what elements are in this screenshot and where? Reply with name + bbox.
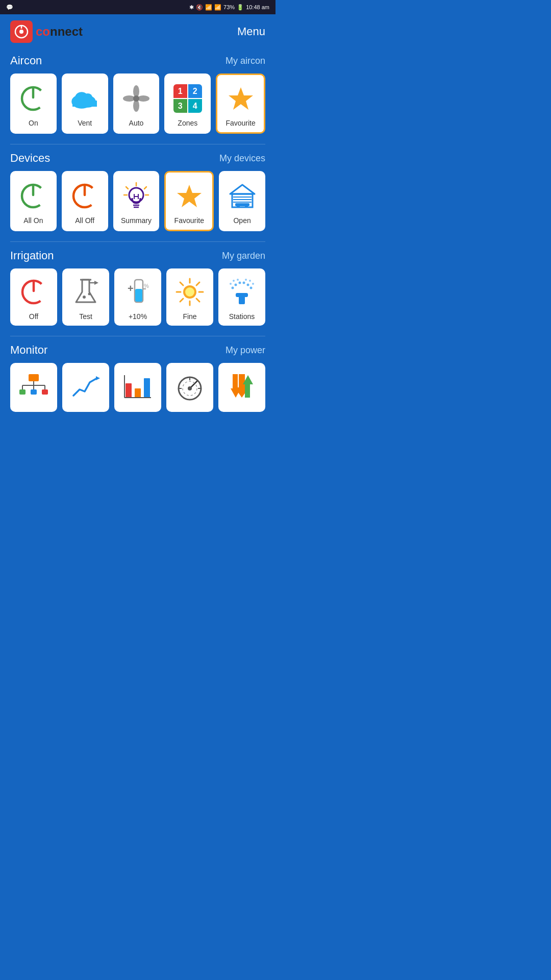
svg-point-100 — [188, 386, 192, 390]
aircon-favourite-tile[interactable]: Favourite — [216, 74, 265, 134]
zone-3: 3 — [173, 99, 187, 113]
status-bar: 💬 ✱ 🔇 📶 📶 73% 🔋 10:48 am — [0, 0, 276, 14]
svg-point-70 — [239, 282, 241, 284]
devices-title: Devices — [10, 152, 50, 165]
svg-point-76 — [237, 279, 239, 281]
cloud-icon — [68, 82, 101, 115]
svg-line-26 — [126, 187, 128, 189]
svg-rect-90 — [126, 383, 132, 398]
svg-point-78 — [249, 280, 251, 282]
irrigation-plus10-tile[interactable]: % + +10% — [114, 268, 161, 326]
svg-marker-50 — [94, 281, 98, 285]
svg-point-79 — [252, 283, 254, 285]
devices-favourite-tile[interactable]: Favourite — [164, 171, 214, 231]
arrows-icon — [226, 370, 258, 403]
all-on-tile[interactable]: All On — [10, 171, 57, 231]
irrigation-stations-tile[interactable]: Stations — [218, 268, 265, 326]
star-border-icon — [173, 180, 206, 212]
menu-button[interactable]: Menu — [237, 25, 265, 38]
svg-point-73 — [250, 287, 253, 289]
sun-icon — [173, 276, 206, 308]
aircon-vent-tile[interactable]: Vent — [62, 74, 108, 134]
svg-point-65 — [185, 287, 194, 297]
aircon-title: Aircon — [10, 54, 42, 67]
svg-point-72 — [247, 284, 249, 286]
wifi-icon: 📶 — [205, 4, 212, 11]
fan-icon — [120, 82, 153, 115]
open-tile[interactable]: Open — [219, 171, 265, 231]
svg-line-62 — [196, 282, 199, 285]
svg-rect-92 — [144, 378, 150, 398]
irrigation-grid: Off Test — [10, 268, 265, 326]
irrigation-stations-label: Stations — [229, 312, 255, 321]
svg-point-2 — [19, 30, 23, 34]
trend-icon — [69, 370, 102, 403]
zones-icon: 1 2 3 4 — [171, 82, 204, 115]
aircon-section: Aircon My aircon On — [0, 49, 276, 142]
divider-1 — [10, 144, 265, 144]
svg-point-77 — [245, 279, 247, 281]
svg-marker-36 — [230, 185, 255, 194]
irrigation-header: Irrigation My garden — [10, 249, 265, 262]
svg-line-63 — [180, 299, 183, 302]
aircon-on-tile[interactable]: On — [10, 74, 57, 134]
zone-2: 2 — [188, 84, 202, 98]
sprinkler-icon — [226, 276, 258, 308]
svg-point-29 — [129, 188, 143, 202]
irrigation-fine-tile[interactable]: Fine — [166, 268, 213, 326]
summary-tile[interactable]: Summary — [113, 171, 160, 231]
aircon-zones-label: Zones — [178, 119, 197, 127]
svg-point-48 — [88, 293, 91, 296]
divider-3 — [10, 336, 265, 336]
percent-icon: % + — [121, 276, 154, 308]
svg-line-61 — [196, 299, 199, 302]
svg-rect-52 — [135, 289, 142, 302]
monitor-gauge-tile[interactable] — [166, 363, 213, 412]
bluetooth-icon: ✱ — [189, 4, 194, 11]
svg-text:+: + — [128, 283, 134, 294]
all-off-tile[interactable]: All Off — [62, 171, 108, 231]
irrigation-subtitle: My garden — [222, 251, 265, 261]
devices-grid: All On All Off — [10, 171, 265, 231]
monitor-section: Monitor My power — [0, 338, 276, 422]
all-off-label: All Off — [75, 216, 94, 225]
irrigation-plus10-label: +10% — [129, 312, 147, 321]
aircon-vent-label: Vent — [78, 119, 92, 127]
irrigation-section: Irrigation My garden Off — [0, 244, 276, 334]
all-on-icon — [17, 180, 49, 212]
monitor-title: Monitor — [10, 344, 47, 357]
monitor-bar-tile[interactable] — [114, 363, 161, 412]
mute-icon: 🔇 — [196, 4, 203, 11]
logo-icon — [10, 20, 33, 43]
open-label: Open — [233, 216, 251, 225]
svg-point-42 — [237, 205, 240, 208]
monitor-trend-tile[interactable] — [62, 363, 109, 412]
svg-rect-80 — [29, 374, 39, 381]
gauge-icon — [173, 370, 206, 403]
bar-chart-icon — [121, 370, 154, 403]
star-icon — [224, 82, 257, 115]
monitor-header: Monitor My power — [10, 344, 265, 357]
monitor-network-tile[interactable] — [10, 363, 57, 412]
chat-icon: 💬 — [6, 4, 13, 11]
irrigation-off-label: Off — [29, 312, 38, 321]
irrigation-test-label: Test — [79, 312, 92, 321]
aircon-favourite-label: Favourite — [226, 119, 255, 127]
svg-rect-87 — [31, 389, 37, 395]
time: 10:48 am — [246, 4, 269, 10]
header: connect Menu — [0, 14, 276, 49]
all-off-icon — [68, 180, 101, 212]
signal-icon: 📶 — [214, 4, 221, 11]
aircon-subtitle: My aircon — [226, 56, 265, 66]
svg-rect-88 — [42, 389, 48, 395]
irrigation-off-tile[interactable]: Off — [10, 268, 57, 326]
aircon-zones-tile[interactable]: 1 2 3 4 Zones — [164, 74, 211, 134]
devices-header: Devices My devices — [10, 152, 265, 165]
svg-point-71 — [243, 282, 245, 284]
monitor-arrows-tile[interactable] — [218, 363, 265, 412]
power-green-icon — [17, 82, 49, 115]
irrigation-test-tile[interactable]: Test — [62, 268, 109, 326]
svg-marker-19 — [229, 87, 253, 110]
aircon-on-label: On — [29, 119, 38, 127]
aircon-auto-tile[interactable]: Auto — [113, 74, 160, 134]
